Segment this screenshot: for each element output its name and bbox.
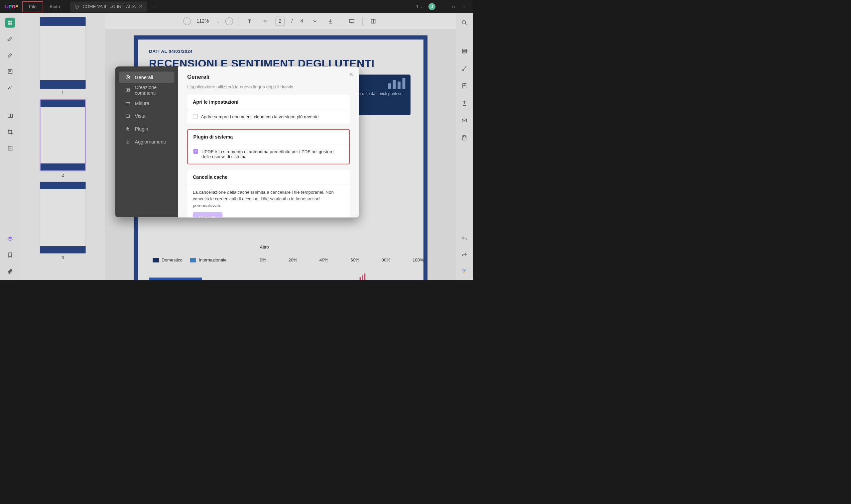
settings-tab-plugin[interactable]: Plugin	[119, 123, 175, 134]
settings-body: Generali ✕ L'applicazione utilizzerà la …	[178, 67, 359, 217]
chevron-down-icon: ⌄	[421, 5, 423, 8]
svg-point-22	[127, 77, 128, 78]
document-tab[interactable]: COME VA IL ...O IN ITALIA ✕	[70, 1, 147, 12]
minimize-button[interactable]: —	[441, 4, 446, 9]
document-icon	[74, 4, 79, 9]
settings-title: Generali	[187, 74, 350, 80]
settings-tab-general[interactable]: Generali	[119, 72, 175, 83]
language-hint: L'applicazione utilizzerà la nuova lingu…	[187, 84, 350, 89]
clear-cache-button[interactable]: Cancella	[193, 212, 223, 218]
cloud-recent-checkbox[interactable]	[193, 114, 197, 119]
svg-rect-25	[126, 102, 130, 104]
svg-rect-26	[126, 115, 129, 118]
section-system-plugin: Plugin di sistema UPDF è lo strumento di…	[187, 129, 350, 164]
section-clear-cache: Cancella cache La cancellazione della ca…	[187, 170, 350, 217]
svg-point-23	[126, 75, 130, 79]
menu-help[interactable]: Aiuto	[43, 1, 66, 12]
menu-bar: File Aiuto	[22, 0, 67, 13]
settings-tab-view[interactable]: Vista	[119, 110, 175, 122]
main-area: OCR 1 2 3 − 112% ⌄ +	[0, 13, 473, 280]
default-preview-checkbox[interactable]	[193, 149, 198, 154]
new-tab-button[interactable]: +	[152, 4, 156, 10]
notification-badge[interactable]: 1⌄	[416, 4, 423, 9]
settings-dialog: Generali Creazione commenti Misura Vista…	[116, 67, 359, 217]
svg-rect-24	[126, 89, 129, 91]
titlebar: UPDF File Aiuto COME VA IL ...O IN ITALI…	[0, 0, 473, 13]
tab-title: COME VA IL ...O IN ITALIA	[83, 4, 136, 9]
dialog-close-icon[interactable]: ✕	[349, 71, 353, 77]
menu-file[interactable]: File	[22, 1, 43, 12]
maximize-button[interactable]: ▢	[451, 4, 457, 9]
section-open-settings: Apri le impostazioni Aprire sempre i doc…	[187, 95, 350, 124]
user-avatar[interactable]: J	[428, 3, 436, 10]
settings-tab-measure[interactable]: Misura	[119, 97, 175, 109]
app-logo: UPDF	[0, 4, 22, 9]
close-button[interactable]: ✕	[461, 4, 467, 9]
settings-tab-updates[interactable]: Aggiornamenti	[119, 136, 175, 147]
settings-sidebar: Generali Creazione commenti Misura Vista…	[116, 67, 178, 217]
tab-close-icon[interactable]: ✕	[139, 4, 143, 9]
settings-tab-comments[interactable]: Creazione commenti	[119, 84, 175, 96]
